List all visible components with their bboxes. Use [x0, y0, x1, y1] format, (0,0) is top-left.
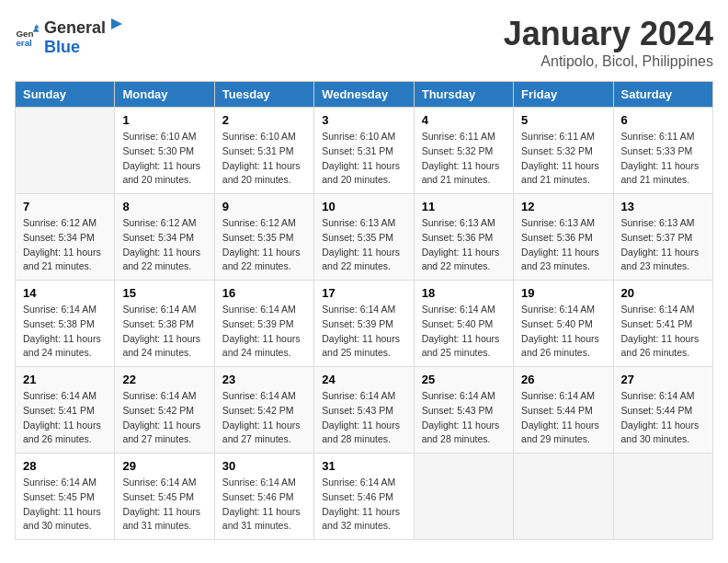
- calendar-cell: 14Sunrise: 6:14 AMSunset: 5:38 PMDayligh…: [16, 281, 115, 367]
- day-info: Sunrise: 6:13 AMSunset: 5:36 PMDaylight:…: [521, 216, 605, 274]
- day-info: Sunrise: 6:14 AMSunset: 5:45 PMDaylight:…: [122, 476, 206, 534]
- day-info: Sunrise: 6:13 AMSunset: 5:35 PMDaylight:…: [322, 216, 405, 274]
- day-number: 2: [222, 113, 306, 127]
- day-number: 18: [422, 286, 506, 300]
- calendar-cell: 18Sunrise: 6:14 AMSunset: 5:40 PMDayligh…: [414, 281, 513, 367]
- calendar-cell: 20Sunrise: 6:14 AMSunset: 5:41 PMDayligh…: [613, 281, 712, 367]
- calendar-cell: 9Sunrise: 6:12 AMSunset: 5:35 PMDaylight…: [214, 194, 313, 281]
- calendar-cell: 22Sunrise: 6:14 AMSunset: 5:42 PMDayligh…: [115, 367, 214, 454]
- col-header-monday: Monday: [115, 82, 214, 108]
- day-number: 25: [422, 373, 506, 386]
- logo-blue-text: Blue: [44, 38, 80, 56]
- calendar-cell: 29Sunrise: 6:14 AMSunset: 5:45 PMDayligh…: [115, 454, 214, 540]
- week-row-1: 1Sunrise: 6:10 AMSunset: 5:30 PMDaylight…: [16, 108, 713, 194]
- day-info: Sunrise: 6:14 AMSunset: 5:46 PMDaylight:…: [222, 476, 306, 534]
- col-header-thursday: Thursday: [414, 82, 513, 108]
- calendar-cell: 25Sunrise: 6:14 AMSunset: 5:43 PMDayligh…: [414, 367, 513, 454]
- day-number: 10: [322, 200, 405, 213]
- day-info: Sunrise: 6:13 AMSunset: 5:37 PMDaylight:…: [621, 216, 705, 274]
- day-info: Sunrise: 6:14 AMSunset: 5:42 PMDaylight:…: [122, 389, 206, 447]
- day-info: Sunrise: 6:12 AMSunset: 5:35 PMDaylight:…: [222, 216, 306, 274]
- day-number: 20: [621, 286, 705, 300]
- day-number: 14: [23, 286, 107, 300]
- day-number: 7: [23, 200, 107, 213]
- calendar-cell: [613, 454, 712, 540]
- day-info: Sunrise: 6:14 AMSunset: 5:44 PMDaylight:…: [521, 389, 605, 447]
- col-header-tuesday: Tuesday: [214, 82, 313, 108]
- logo: Gen eral General Blue: [15, 15, 128, 57]
- calendar-cell: 12Sunrise: 6:13 AMSunset: 5:36 PMDayligh…: [514, 194, 613, 281]
- day-number: 13: [621, 200, 705, 213]
- day-number: 3: [322, 113, 405, 127]
- calendar-cell: 16Sunrise: 6:14 AMSunset: 5:39 PMDayligh…: [214, 281, 313, 367]
- calendar-cell: 6Sunrise: 6:11 AMSunset: 5:33 PMDaylight…: [613, 108, 712, 194]
- calendar-cell: 27Sunrise: 6:14 AMSunset: 5:44 PMDayligh…: [613, 367, 712, 454]
- header-row: SundayMondayTuesdayWednesdayThursdayFrid…: [16, 82, 713, 108]
- calendar-cell: 2Sunrise: 6:10 AMSunset: 5:31 PMDaylight…: [214, 108, 313, 194]
- day-number: 21: [23, 373, 107, 386]
- calendar-cell: 10Sunrise: 6:13 AMSunset: 5:35 PMDayligh…: [314, 194, 414, 281]
- day-number: 26: [521, 373, 605, 386]
- day-info: Sunrise: 6:14 AMSunset: 5:38 PMDaylight:…: [23, 303, 107, 361]
- logo-icon: Gen eral: [15, 23, 40, 49]
- day-info: Sunrise: 6:14 AMSunset: 5:39 PMDaylight:…: [322, 303, 405, 361]
- day-number: 6: [621, 113, 705, 127]
- calendar-cell: 21Sunrise: 6:14 AMSunset: 5:41 PMDayligh…: [16, 367, 115, 454]
- calendar-cell: 5Sunrise: 6:11 AMSunset: 5:32 PMDaylight…: [514, 108, 613, 194]
- title-area: January 2024 Antipolo, Bicol, Philippine…: [504, 15, 713, 70]
- calendar-cell: [414, 454, 513, 540]
- svg-text:eral: eral: [16, 38, 32, 48]
- day-number: 15: [122, 286, 206, 300]
- day-info: Sunrise: 6:14 AMSunset: 5:44 PMDaylight:…: [621, 389, 705, 447]
- day-number: 24: [322, 373, 405, 386]
- day-info: Sunrise: 6:10 AMSunset: 5:31 PMDaylight:…: [322, 130, 405, 188]
- day-number: 22: [122, 373, 206, 386]
- col-header-saturday: Saturday: [613, 82, 712, 108]
- calendar-cell: 19Sunrise: 6:14 AMSunset: 5:40 PMDayligh…: [514, 281, 613, 367]
- calendar-cell: 13Sunrise: 6:13 AMSunset: 5:37 PMDayligh…: [613, 194, 712, 281]
- day-info: Sunrise: 6:14 AMSunset: 5:40 PMDaylight:…: [422, 303, 506, 361]
- day-info: Sunrise: 6:10 AMSunset: 5:31 PMDaylight:…: [222, 130, 306, 188]
- day-number: 12: [521, 200, 605, 213]
- day-info: Sunrise: 6:14 AMSunset: 5:40 PMDaylight:…: [521, 303, 605, 361]
- col-header-wednesday: Wednesday: [314, 82, 414, 108]
- calendar-cell: 31Sunrise: 6:14 AMSunset: 5:46 PMDayligh…: [314, 454, 414, 540]
- day-number: 30: [222, 459, 306, 473]
- calendar-cell: 7Sunrise: 6:12 AMSunset: 5:34 PMDaylight…: [16, 194, 115, 281]
- calendar-table: SundayMondayTuesdayWednesdayThursdayFrid…: [15, 81, 713, 540]
- calendar-cell: 26Sunrise: 6:14 AMSunset: 5:44 PMDayligh…: [514, 367, 613, 454]
- logo-general-text: General: [44, 18, 106, 38]
- col-header-sunday: Sunday: [16, 82, 115, 108]
- day-info: Sunrise: 6:14 AMSunset: 5:46 PMDaylight:…: [322, 476, 405, 534]
- day-number: 1: [122, 113, 206, 127]
- day-number: 28: [23, 459, 107, 473]
- day-info: Sunrise: 6:14 AMSunset: 5:43 PMDaylight:…: [422, 389, 506, 447]
- day-info: Sunrise: 6:11 AMSunset: 5:32 PMDaylight:…: [521, 130, 605, 188]
- calendar-cell: 3Sunrise: 6:10 AMSunset: 5:31 PMDaylight…: [314, 108, 414, 194]
- day-info: Sunrise: 6:12 AMSunset: 5:34 PMDaylight:…: [122, 216, 206, 274]
- day-info: Sunrise: 6:14 AMSunset: 5:45 PMDaylight:…: [23, 476, 107, 534]
- calendar-cell: 15Sunrise: 6:14 AMSunset: 5:38 PMDayligh…: [115, 281, 214, 367]
- day-info: Sunrise: 6:14 AMSunset: 5:39 PMDaylight:…: [222, 303, 306, 361]
- week-row-3: 14Sunrise: 6:14 AMSunset: 5:38 PMDayligh…: [16, 281, 713, 367]
- calendar-cell: 17Sunrise: 6:14 AMSunset: 5:39 PMDayligh…: [314, 281, 414, 367]
- day-number: 23: [222, 373, 306, 386]
- day-number: 9: [222, 200, 306, 213]
- calendar-cell: 30Sunrise: 6:14 AMSunset: 5:46 PMDayligh…: [214, 454, 313, 540]
- calendar-cell: 4Sunrise: 6:11 AMSunset: 5:32 PMDaylight…: [414, 108, 513, 194]
- day-info: Sunrise: 6:14 AMSunset: 5:41 PMDaylight:…: [621, 303, 705, 361]
- calendar-cell: 23Sunrise: 6:14 AMSunset: 5:42 PMDayligh…: [214, 367, 313, 454]
- week-row-4: 21Sunrise: 6:14 AMSunset: 5:41 PMDayligh…: [16, 367, 713, 454]
- day-number: 5: [521, 113, 605, 127]
- calendar-cell: [16, 108, 115, 194]
- svg-marker-4: [111, 18, 122, 29]
- day-number: 31: [322, 459, 405, 473]
- header: Gen eral General Blue January 2024 Antip…: [15, 15, 713, 70]
- day-info: Sunrise: 6:12 AMSunset: 5:34 PMDaylight:…: [23, 216, 107, 274]
- day-number: 27: [621, 373, 705, 386]
- calendar-cell: 11Sunrise: 6:13 AMSunset: 5:36 PMDayligh…: [414, 194, 513, 281]
- col-header-friday: Friday: [514, 82, 613, 108]
- day-info: Sunrise: 6:10 AMSunset: 5:30 PMDaylight:…: [122, 130, 206, 188]
- main-title: January 2024: [504, 15, 713, 53]
- svg-marker-2: [34, 24, 40, 28]
